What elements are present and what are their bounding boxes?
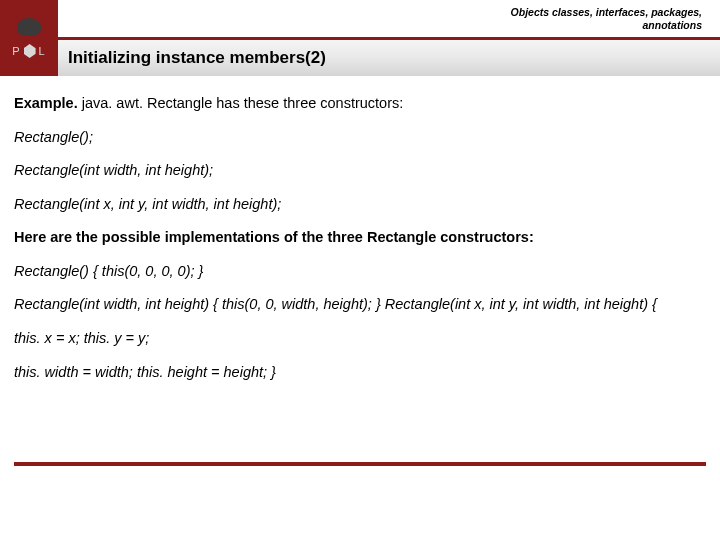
title-bar: Initializing instance members(2)	[58, 40, 720, 76]
breadcrumb-line1: Objects classes, interfaces, packages,	[511, 6, 702, 19]
implementation-4: this. width = width; this. height = heig…	[14, 363, 706, 383]
logo-letter-right: L	[39, 45, 46, 57]
logo-emblem-icon	[17, 18, 41, 36]
implementations-heading: Here are the possible implementations of…	[14, 228, 706, 248]
logo-letter-left: P	[12, 45, 20, 57]
example-text: java. awt. Rectangle has these three con…	[78, 95, 404, 111]
constructor-sig-1: Rectangle();	[14, 128, 706, 148]
constructor-sig-2: Rectangle(int width, int height);	[14, 161, 706, 181]
institution-logo: P L	[0, 0, 58, 76]
breadcrumb: Objects classes, interfaces, packages, a…	[511, 6, 702, 32]
slide-content: Example. java. awt. Rectangle has these …	[0, 76, 720, 382]
example-label: Example.	[14, 95, 78, 111]
breadcrumb-line2: annotations	[511, 19, 702, 32]
shield-icon	[24, 44, 36, 58]
footer-divider	[14, 462, 706, 466]
example-lead: Example. java. awt. Rectangle has these …	[14, 94, 706, 114]
implementation-2: Rectangle(int width, int height) { this(…	[14, 295, 706, 315]
constructor-sig-3: Rectangle(int x, int y, int width, int h…	[14, 195, 706, 215]
page-title: Initializing instance members(2)	[68, 48, 326, 68]
slide-header: P L Objects classes, interfaces, package…	[0, 0, 720, 76]
implementation-1: Rectangle() { this(0, 0, 0, 0); }	[14, 262, 706, 282]
implementation-3: this. x = x; this. y = y;	[14, 329, 706, 349]
logo-letters: P L	[12, 44, 45, 58]
